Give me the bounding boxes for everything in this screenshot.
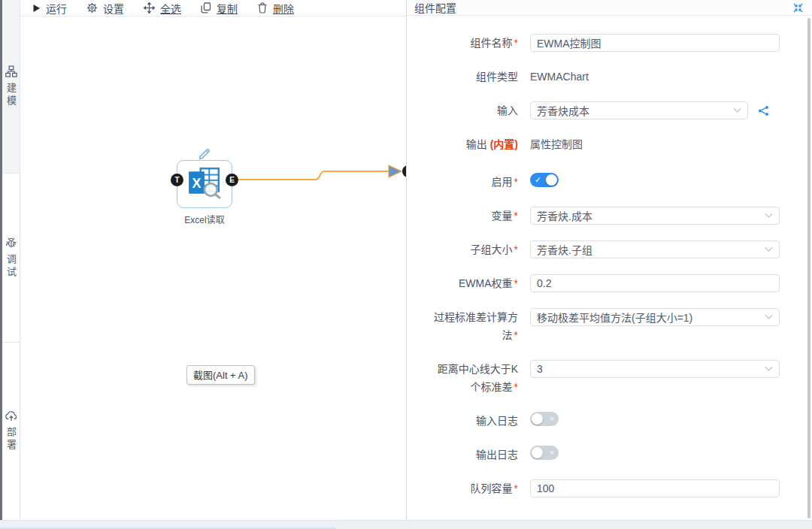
output-log-toggle[interactable]: × [530, 446, 559, 460]
queue-capacity-input[interactable]: 100 [530, 479, 780, 497]
canvas-toolbar: 运行设置全选复制删除 [20, 0, 406, 17]
toolbar-run-button[interactable]: 运行 [32, 1, 67, 16]
field-control: 芳香炔.成本 [530, 207, 780, 225]
svg-text:X: X [192, 176, 201, 191]
flow-canvas[interactable]: X T E Excel读取 截图(Alt + A) [20, 17, 406, 520]
sidebar-item-label: 建模 [5, 83, 17, 108]
deploy-icon [5, 410, 17, 422]
toolbar-label: 全选 [160, 1, 181, 16]
field-control: 0.2 [530, 274, 780, 292]
field-enable: 启用*✓ [407, 173, 812, 191]
field-queue-capacity: 队列容量*100 [407, 479, 812, 497]
x-icon: × [550, 412, 554, 426]
toolbar-delete-button[interactable]: 删除 [257, 1, 294, 16]
field-subgroup-size: 子组大小*芳香炔.子组 [407, 240, 812, 258]
field-label: 组件名称* [407, 34, 524, 52]
subgroup-size-select[interactable]: 芳香炔.子组 [530, 240, 780, 258]
modeling-icon [5, 65, 17, 77]
required-asterisk: * [514, 381, 518, 393]
variable-select[interactable]: 芳香炔.成本 [530, 207, 780, 225]
panel-title: 组件配置 [414, 0, 456, 15]
field-control: 100 [530, 479, 780, 497]
toolbar-label: 设置 [103, 1, 124, 16]
node-excel-reader[interactable]: X T E Excel读取 [177, 160, 232, 208]
field-label: 队列容量* [407, 479, 524, 497]
field-label: 输入日志 [407, 412, 524, 430]
required-asterisk: * [514, 329, 518, 341]
field-label: 输入 [407, 101, 524, 119]
node-box[interactable]: X T E [177, 160, 232, 208]
field-output-log: 输出日志× [407, 446, 812, 464]
panel-bottom-mask [407, 500, 807, 520]
run-icon [32, 4, 41, 13]
compress-icon[interactable] [793, 3, 803, 13]
copy-icon [201, 2, 211, 14]
excel-icon: X [187, 166, 222, 202]
sidebar-item-debug[interactable]: 调试 [2, 174, 20, 343]
toggle-knob [532, 413, 543, 425]
node-port-e[interactable]: E [226, 174, 238, 186]
required-asterisk: * [514, 176, 518, 188]
check-icon: ✓ [535, 173, 541, 187]
k-std-select[interactable]: 3 [530, 360, 780, 378]
config-form: 组件名称*EWMA控制图组件类型EWMAChart输入芳香炔成本输出(内置)属性… [407, 16, 812, 520]
sidebar-item-deploy[interactable]: 部署 [2, 343, 20, 520]
field-input-log: 输入日志× [407, 412, 812, 430]
toolbar-settings-button[interactable]: 设置 [86, 1, 124, 16]
component-type-value: EWMAChart [530, 68, 589, 86]
toolbar-copy-button[interactable]: 复制 [201, 1, 238, 16]
toolbar-label: 删除 [273, 1, 294, 16]
sidebar: 建模调试部署 [2, 0, 20, 520]
field-control: 属性控制图 [530, 135, 583, 153]
toggle-knob [546, 174, 557, 186]
ewma-weight-input[interactable]: 0.2 [530, 274, 780, 292]
sidebar-item-label: 部署 [5, 427, 17, 452]
delete-icon [257, 2, 268, 14]
toolbar-label: 运行 [46, 1, 67, 16]
enable-toggle[interactable]: ✓ [530, 173, 559, 187]
field-control: EWMA控制图 [530, 34, 780, 52]
field-variable: 变量*芳香炔.成本 [407, 207, 812, 225]
chevron-down-icon [765, 213, 773, 219]
required-asterisk: * [514, 277, 518, 289]
input-log-toggle[interactable]: × [530, 412, 559, 426]
bottom-status-bar [0, 520, 812, 529]
input-select[interactable]: 芳香炔成本 [530, 101, 748, 119]
node-label: Excel读取 [184, 213, 224, 225]
share-icon[interactable] [758, 105, 769, 116]
required-asterisk: * [514, 243, 518, 255]
debug-icon [5, 237, 17, 249]
field-label: 子组大小* [407, 240, 524, 258]
panel-scrollbar[interactable] [807, 18, 810, 518]
connection-wire [20, 17, 406, 520]
toggle-knob [532, 447, 543, 458]
field-control: 芳香炔.子组 [530, 240, 780, 258]
config-panel: 组件配置 组件名称*EWMA控制图组件类型EWMAChart输入芳香炔成本输出(… [406, 0, 812, 520]
screenshot-tooltip: 截图(Alt + A) [186, 365, 255, 385]
field-control: × [530, 446, 559, 460]
node-port-t[interactable]: T [171, 174, 183, 186]
field-control: 3 [530, 360, 780, 378]
toolbar-label: 复制 [217, 1, 238, 16]
required-asterisk: * [514, 482, 518, 494]
process-std-method-select[interactable]: 移动极差平均值方法(子组大小=1) [530, 308, 780, 326]
config-panel-header: 组件配置 [407, 0, 812, 16]
field-control: 芳香炔成本 [530, 101, 769, 119]
sidebar-item-label: 调试 [5, 254, 17, 280]
field-component-type: 组件类型EWMAChart [407, 68, 812, 86]
field-label: EWMA权重* [407, 274, 524, 292]
chevron-down-icon [765, 367, 773, 372]
x-icon: × [550, 446, 554, 460]
field-process-std-method: 过程标准差计算方法*移动极差平均值方法(子组大小=1) [407, 308, 812, 344]
settings-icon [86, 2, 98, 14]
field-label: 距离中心线大于K个标准差* [407, 360, 524, 396]
builtin-badge: (内置) [490, 138, 518, 150]
toolbar-select-all-button[interactable]: 全选 [144, 1, 181, 16]
component-name-input[interactable]: EWMA控制图 [530, 34, 780, 52]
required-asterisk: * [514, 37, 518, 49]
wire-arrowhead-icon [389, 165, 401, 177]
app-window: 建模调试部署 运行设置全选复制删除 [0, 0, 812, 529]
field-control: × [530, 412, 559, 426]
select-all-icon [144, 2, 155, 14]
sidebar-item-modeling[interactable]: 建模 [2, 0, 20, 174]
